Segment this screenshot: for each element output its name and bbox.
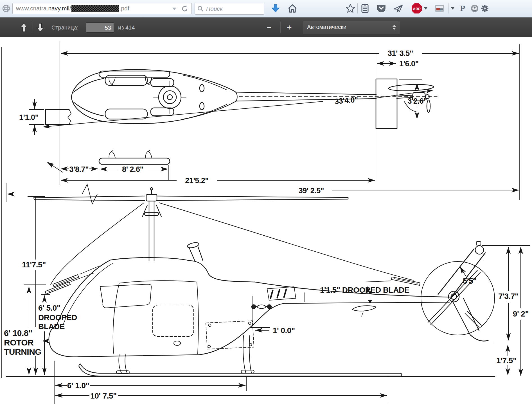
side-view-dimensions	[24, 197, 530, 395]
bookmark-star-icon[interactable]	[345, 3, 355, 13]
dim-droop-front-value: 6' 5.0"	[38, 304, 60, 312]
zoom-mode-select[interactable]: Автоматически	[303, 21, 400, 34]
droop-curve-right	[159, 203, 413, 280]
dim-fin-height: 7'3.7"	[498, 292, 518, 301]
search-icon	[197, 6, 204, 12]
blade-tip-box	[46, 110, 71, 124]
dim-droop-front-word2: BLADE	[38, 322, 65, 331]
dim-overall-length: 39' 2.5"	[299, 186, 324, 195]
main-rotor-side	[34, 188, 348, 261]
dim-rotor-turning-word2: TURNING	[4, 347, 41, 356]
zoom-mode-value: Автоматически	[307, 24, 346, 30]
pdf-page: 31' 3.5" 1'6.0" 33'4.0" 3'2.6" 1'1.0" 3'…	[0, 37, 532, 405]
page-label: Страница:	[51, 24, 78, 31]
url-dropdown-icon[interactable]	[172, 8, 176, 10]
extension-lines	[1, 41, 520, 404]
previous-page-icon[interactable]	[20, 23, 28, 32]
dim-rotor-turning-word1: ROTOR	[4, 338, 34, 347]
url-suffix: .pdf	[120, 5, 129, 12]
round-addon-icon[interactable]	[470, 3, 480, 13]
dim-nose-to-tail: 21'5.2"	[185, 176, 208, 185]
dim-blade-chord: 1'1.0"	[19, 113, 39, 122]
pdf-separator-2	[280, 22, 281, 33]
adblock-plus-icon[interactable]: ABP	[411, 3, 422, 14]
pdf-separator-1	[33, 22, 33, 33]
pdf-toolbar: Страница: 53 из 414 − + Автоматически	[0, 17, 532, 38]
helicopter-dimensions-drawing: 31' 3.5" 1'6.0" 33'4.0" 3'2.6" 1'1.0" 3'…	[0, 37, 532, 405]
tail-rotor-side	[421, 242, 495, 341]
top-view-dimensions	[7, 53, 519, 204]
top-view-artwork	[46, 70, 437, 164]
aft-drooped-blade	[366, 277, 420, 285]
page-count-label: из 414	[118, 24, 135, 31]
browser-toolbar: www.cnatra.navy.mil/.pdf ABP	[0, 0, 532, 18]
dim-stab-chord: 1'6.0"	[399, 60, 419, 68]
svg-text:ABP: ABP	[413, 7, 421, 11]
settings-gear-icon[interactable]	[480, 3, 490, 13]
url-subdomain: www.cnatra.	[16, 5, 48, 12]
home-icon[interactable]	[287, 3, 297, 13]
url-redacted-path	[71, 5, 119, 12]
dim-nose-to-skid: 3'8.7"	[69, 165, 89, 174]
pocket-p-button[interactable]: P	[460, 3, 465, 13]
dim-stab-span: 3'2.6"	[408, 97, 427, 105]
dim-skid-length: 8' 2.6"	[122, 165, 143, 174]
droop-curve-left	[51, 203, 144, 285]
dim-rotor-turning-value: 6' 10.8"	[4, 328, 32, 338]
toolbar-separator-2	[448, 3, 448, 13]
search-input[interactable]	[206, 3, 262, 14]
overflow-dropdown-icon[interactable]	[451, 7, 454, 10]
dim-step-height: 1' 0.0"	[273, 326, 295, 335]
site-globe-icon	[2, 4, 11, 13]
url-bar[interactable]: www.cnatra.navy.mil/.pdf	[12, 3, 192, 14]
horizontal-stabilizer	[352, 306, 376, 311]
download-icon[interactable]	[270, 3, 281, 13]
adblock-dropdown-icon[interactable]	[424, 7, 427, 10]
dim-skid-front: 6' 1.0"	[67, 381, 89, 390]
page-number-input[interactable]: 53	[86, 22, 114, 33]
toolbar-separator	[357, 3, 358, 13]
dim-rotor-diameter: 33'4.0"	[334, 95, 359, 106]
search-bar	[195, 3, 264, 15]
side-view-artwork	[6, 188, 495, 377]
dim-skid-span: 10' 7.5"	[90, 392, 117, 400]
pocket-icon[interactable]	[376, 3, 386, 13]
reading-list-icon[interactable]	[360, 3, 370, 13]
send-plane-icon[interactable]	[393, 3, 403, 13]
url-slash: /	[69, 5, 71, 12]
rotor-hub-top	[154, 81, 186, 113]
dimension-labels: 31' 3.5" 1'6.0" 33'4.0" 3'2.6" 1'1.0" 3'…	[4, 49, 529, 400]
dim-tail-height: 9' 2"	[513, 310, 529, 318]
url-domain: navy.mil	[48, 5, 69, 12]
boarding-step	[252, 305, 271, 309]
zoom-out-button[interactable]: −	[267, 23, 272, 32]
zoom-in-button[interactable]: +	[287, 23, 292, 32]
fuselage-side	[49, 242, 449, 357]
reload-icon[interactable]	[181, 5, 188, 12]
select-caret-icon	[393, 25, 396, 30]
dim-droop-aft: 1'1.5" DROOPED BLADE	[320, 286, 409, 294]
extension-thumbnail-icon[interactable]	[434, 3, 445, 13]
boom-bottom	[285, 302, 449, 303]
dim-droop-front-word1: DROOPED	[38, 313, 77, 322]
dim-fuselage-length: 31' 3.5"	[388, 49, 413, 58]
dim-tail-skid-clearance: 1'7.5"	[496, 356, 516, 365]
dim-hub-height: 11'7.5"	[22, 260, 46, 269]
next-page-icon[interactable]	[36, 23, 44, 32]
dim-tail-rotor-diameter: 5'5"	[463, 277, 477, 285]
